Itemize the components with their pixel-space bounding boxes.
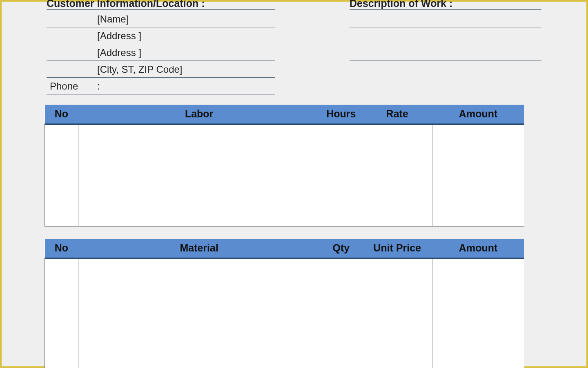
work-description-block: Description of Work : — [350, 2, 541, 94]
material-header-no: No — [45, 239, 78, 258]
material-header-qty: Qty — [320, 239, 362, 258]
customer-address1-placeholder: [Address ] — [97, 30, 141, 42]
labor-cell-desc[interactable] — [78, 124, 320, 227]
customer-phone-colon: : — [97, 81, 100, 92]
material-cell-desc[interactable] — [78, 258, 320, 368]
material-header-unitprice: Unit Price — [362, 239, 432, 258]
labor-cell-amount[interactable] — [432, 124, 524, 227]
labor-cell-no[interactable] — [45, 124, 78, 227]
customer-name-line[interactable]: [Name] — [47, 11, 275, 27]
labor-header-labor: Labor — [78, 105, 320, 124]
info-row: Customer Information/Location : [Name] [… — [2, 2, 586, 94]
material-body-row — [45, 258, 524, 368]
labor-header-amount: Amount — [432, 105, 524, 124]
material-cell-no[interactable] — [45, 258, 78, 368]
customer-address2-line[interactable]: [Address ] — [47, 44, 275, 61]
labor-table: No Labor Hours Rate Amount — [45, 105, 524, 227]
labor-header-hours: Hours — [320, 105, 362, 124]
work-line-3[interactable] — [350, 44, 541, 61]
material-header-material: Material — [78, 239, 320, 258]
customer-address1-line[interactable]: [Address ] — [47, 27, 275, 44]
labor-body-row — [45, 124, 524, 227]
labor-cell-rate[interactable] — [362, 124, 432, 227]
labor-header-rate: Rate — [362, 105, 432, 124]
customer-name-placeholder: [Name] — [97, 13, 129, 25]
customer-citystzip-line[interactable]: [City, ST, ZIP Code] — [47, 61, 275, 78]
material-table: No Material Qty Unit Price Amount — [45, 239, 524, 368]
work-description-heading: Description of Work : — [350, 0, 541, 10]
material-cell-unitprice[interactable] — [362, 258, 432, 368]
material-cell-amount[interactable] — [432, 258, 524, 368]
work-line-1[interactable] — [350, 11, 541, 27]
document-frame: Customer Information/Location : [Name] [… — [0, 0, 588, 368]
customer-citystzip-placeholder: [City, ST, ZIP Code] — [97, 64, 183, 75]
customer-phone-label: Phone — [50, 81, 97, 92]
customer-phone-line[interactable]: Phone : — [47, 78, 275, 94]
labor-header-row: No Labor Hours Rate Amount — [45, 105, 524, 124]
work-line-2[interactable] — [350, 27, 541, 44]
material-header-row: No Material Qty Unit Price Amount — [45, 239, 524, 258]
customer-address2-placeholder: [Address ] — [97, 47, 141, 58]
document-content: Customer Information/Location : [Name] [… — [2, 2, 586, 366]
material-header-amount: Amount — [432, 239, 524, 258]
labor-header-no: No — [45, 105, 78, 124]
customer-info-heading: Customer Information/Location : — [47, 0, 275, 10]
customer-info-block: Customer Information/Location : [Name] [… — [47, 2, 275, 94]
labor-cell-hours[interactable] — [320, 124, 362, 227]
material-cell-qty[interactable] — [320, 258, 362, 368]
